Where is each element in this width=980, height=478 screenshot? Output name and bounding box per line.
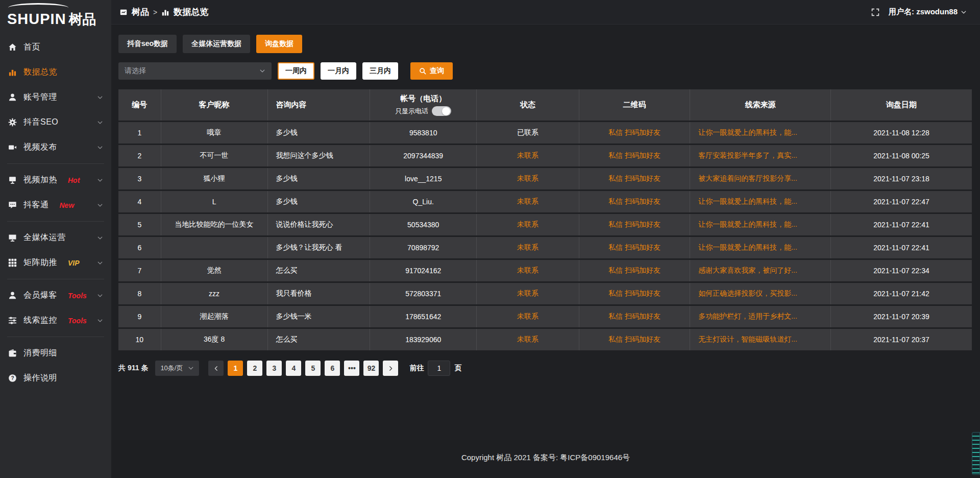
- range-one-week-button[interactable]: 一周内: [278, 62, 314, 80]
- topbar-right: 用户名: zswodun88: [871, 7, 967, 17]
- search-button[interactable]: 查询: [410, 62, 453, 80]
- cell-date: 2021-11-07 22:34: [831, 260, 972, 281]
- sidebar-divider: [7, 337, 104, 337]
- cell-account: 183929060: [370, 329, 477, 350]
- table-row: 3 狐小狸 多少钱 love__1215 未联系 私信 扫码加好友 被大家追着问…: [118, 168, 972, 189]
- sidebar-item-data-overview[interactable]: 数据总览: [0, 60, 111, 85]
- cell-source-link[interactable]: 被大家追着问的客厅投影分享...: [690, 168, 831, 189]
- cell-content: 我只看价格: [268, 283, 371, 304]
- page-button-1[interactable]: 1: [228, 361, 243, 376]
- goto-page-input[interactable]: [428, 361, 450, 376]
- goto-page: 前往 页: [409, 361, 461, 376]
- range-one-month-button[interactable]: 一月内: [321, 62, 356, 80]
- page-button-2[interactable]: 2: [247, 361, 262, 376]
- cell-source-link[interactable]: 客厅安装投影半年多了，真实...: [690, 145, 831, 166]
- breadcrumb-root[interactable]: 树品: [132, 6, 149, 18]
- cell-source-link[interactable]: 让你一眼就爱上的黑科技，能...: [690, 191, 831, 212]
- page-button-5[interactable]: 5: [305, 361, 321, 376]
- cell-qrcode-link[interactable]: 私信 扫码加好友: [579, 260, 690, 281]
- tab-inquiry-data[interactable]: 询盘数据: [256, 35, 302, 53]
- chevron-down-icon: [188, 365, 194, 371]
- chevron-right-icon: [388, 366, 394, 371]
- cell-qrcode-link[interactable]: 私信 扫码加好友: [579, 122, 690, 144]
- page-button-6[interactable]: 6: [325, 361, 340, 376]
- next-page-button[interactable]: [383, 361, 398, 376]
- cell-qrcode-link[interactable]: 私信 扫码加好友: [579, 145, 690, 166]
- cell-qrcode-link[interactable]: 私信 扫码加好友: [579, 168, 690, 189]
- sidebar-item-consumption-details[interactable]: 消费明细: [0, 341, 111, 366]
- account-select[interactable]: 请选择: [118, 62, 272, 80]
- sidebar-item-matrix-boost[interactable]: 矩阵助推 VIP: [0, 250, 111, 275]
- cell-content: 我想问这个多少钱: [268, 145, 371, 166]
- sidebar-item-label: 视频加热: [23, 175, 57, 185]
- cell-source-link[interactable]: 让你一眼就爱上的黑科技，能...: [690, 122, 831, 144]
- main-area: 树品 > 数据总览 用户名: zswodun88 抖音seo数据 全媒体运营数据…: [111, 0, 980, 478]
- page-button-4[interactable]: 4: [286, 361, 301, 376]
- cell-account: Q_Liu.: [370, 191, 477, 212]
- phone-only-toggle[interactable]: [432, 106, 451, 116]
- chevron-down-icon: [97, 94, 103, 101]
- sidebar-nav: 首页 数据总览 账号管理 抖音SEO 视频发布: [0, 30, 111, 391]
- tab-omnimedia-data[interactable]: 全媒体运营数据: [183, 35, 250, 53]
- username-label: 用户名: zswodun88: [889, 7, 958, 17]
- cell-source-link[interactable]: 无主灯设计，智能磁吸轨道灯...: [690, 329, 831, 350]
- sidebar-item-label: 操作说明: [23, 373, 57, 384]
- cell-source-link[interactable]: 让你一眼就爱上的黑科技，能...: [690, 214, 831, 235]
- cell-source-link[interactable]: 如何正确选择投影仪，买投影...: [690, 283, 831, 304]
- floating-widget[interactable]: [972, 432, 980, 475]
- page-ellipsis-button[interactable]: •••: [344, 361, 359, 376]
- cell-source-link[interactable]: 多功能护栏灯，适用于乡村文...: [690, 306, 831, 327]
- cell-date: 2021-11-07 22:41: [831, 214, 972, 235]
- cell-qrcode-link[interactable]: 私信 扫码加好友: [579, 283, 690, 304]
- cell-qrcode-link[interactable]: 私信 扫码加好友: [579, 191, 690, 212]
- cell-source-link[interactable]: 感谢大家喜欢我家，被问了好...: [690, 260, 831, 281]
- cell-id: 8: [118, 283, 161, 304]
- sidebar-item-operation-guide[interactable]: 操作说明: [0, 366, 111, 391]
- page-button-92[interactable]: 92: [363, 361, 379, 376]
- sidebar-item-douyin-seo[interactable]: 抖音SEO: [0, 110, 111, 135]
- tools-badge: Tools: [68, 317, 87, 325]
- prev-page-button[interactable]: [208, 361, 224, 376]
- sidebar-item-member-baoke[interactable]: 会员爆客 Tools: [0, 283, 111, 308]
- col-header-content: 咨询内容: [268, 89, 371, 121]
- sidebar: SHUPIN 树品 首页 数据总览 账号管理 抖音SEO: [0, 0, 111, 478]
- chevron-down-icon: [961, 9, 967, 15]
- cell-date: 2021-11-07 21:42: [831, 283, 972, 304]
- sidebar-item-video-heating[interactable]: 视频加热 Hot: [0, 168, 111, 193]
- sidebar-item-label: 全媒体运营: [23, 232, 66, 243]
- gear-icon: [8, 118, 17, 127]
- cell-account: 50534380: [370, 214, 477, 235]
- cell-content: 多少钱一米: [268, 306, 371, 327]
- cell-status: 未联系: [477, 237, 579, 258]
- fullscreen-icon[interactable]: [871, 8, 879, 16]
- user-menu[interactable]: 用户名: zswodun88: [889, 7, 967, 17]
- monitor-icon: [8, 233, 17, 242]
- page-button-3[interactable]: 3: [266, 361, 282, 376]
- cell-qrcode-link[interactable]: 私信 扫码加好友: [579, 329, 690, 350]
- cell-qrcode-link[interactable]: 私信 扫码加好友: [579, 237, 690, 258]
- tab-douyin-seo-data[interactable]: 抖音seo数据: [118, 35, 177, 53]
- sidebar-item-omnimedia-operation[interactable]: 全媒体运营: [0, 225, 111, 250]
- video-camera-icon: [8, 143, 17, 152]
- sidebar-item-label: 会员爆客: [23, 290, 57, 301]
- sidebar-item-label: 消费明细: [23, 348, 57, 358]
- table-row: 5 当地比较能吃的一位美女 说说价格让我死心 50534380 未联系 私信 扫…: [118, 214, 972, 235]
- sidebar-item-account-management[interactable]: 账号管理: [0, 85, 111, 110]
- page-size-select[interactable]: 10条/页: [155, 361, 199, 376]
- cell-account: 2097344839: [370, 145, 477, 166]
- sidebar-item-lead-monitoring[interactable]: 线索监控 Tools: [0, 308, 111, 333]
- sidebar-item-home[interactable]: 首页: [0, 35, 111, 60]
- cell-content: 说说价格让我死心: [268, 214, 371, 235]
- breadcrumb: 树品 > 数据总览: [119, 6, 208, 18]
- app-window-icon: [119, 8, 128, 16]
- chevron-down-icon: [97, 145, 103, 151]
- sidebar-item-douketong[interactable]: 抖客通 New: [0, 193, 111, 218]
- cell-source-link[interactable]: 让你一眼就爱上的黑科技，能...: [690, 237, 831, 258]
- chevron-down-icon: [97, 235, 103, 241]
- range-three-months-button[interactable]: 三月内: [362, 62, 398, 80]
- cell-nickname: L: [161, 191, 268, 212]
- table-row: 6 多少钱？让我死心 看 70898792 未联系 私信 扫码加好友 让你一眼就…: [118, 237, 972, 258]
- cell-qrcode-link[interactable]: 私信 扫码加好友: [579, 306, 690, 327]
- cell-qrcode-link[interactable]: 私信 扫码加好友: [579, 214, 690, 235]
- sidebar-item-video-publish[interactable]: 视频发布: [0, 135, 111, 160]
